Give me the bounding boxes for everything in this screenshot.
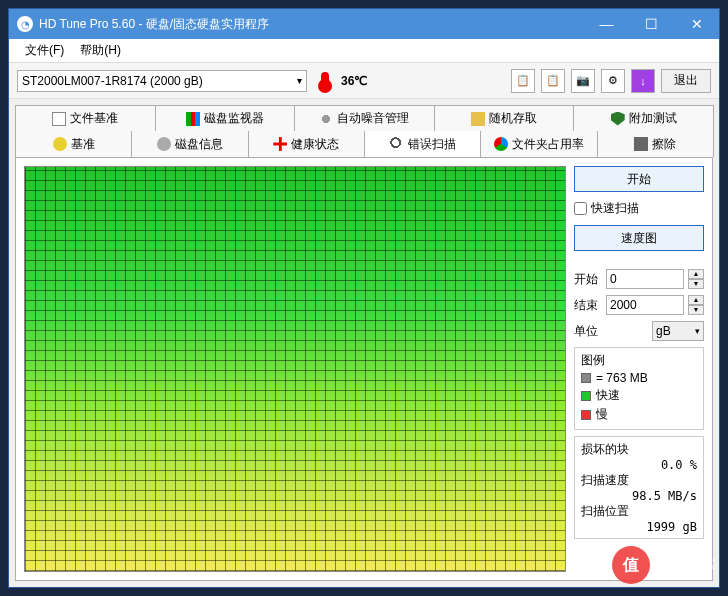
legend-panel: 图例 = 763 MB 快速 慢 <box>574 347 704 430</box>
plus-icon <box>273 137 287 151</box>
search-icon <box>390 137 404 151</box>
toolbar: ST2000LM007-1R8174 (2000 gB) ▾ 36℃ 📋 📋 📷… <box>9 63 719 99</box>
damaged-value: 0.0 % <box>581 458 697 472</box>
chevron-down-icon: ▾ <box>695 326 700 336</box>
speedmap-button[interactable]: 速度图 <box>574 225 704 251</box>
start-up[interactable]: ▲ <box>688 269 704 279</box>
end-down[interactable]: ▼ <box>688 305 704 315</box>
tab-random-access[interactable]: 随机存取 <box>434 105 575 131</box>
position-value: 1999 gB <box>581 520 697 534</box>
quick-scan-input[interactable] <box>574 202 587 215</box>
maximize-button[interactable]: ☐ <box>629 9 674 39</box>
options-button[interactable]: ⚙ <box>601 69 625 93</box>
watermark-icon: 值 <box>612 546 650 584</box>
side-panel: 开始 快速扫描 速度图 开始 0 ▲▼ 结束 2000 ▲▼ 单位 gB▾ <box>574 166 704 572</box>
position-label: 扫描位置 <box>581 503 697 520</box>
folder-icon <box>471 112 485 126</box>
content-area: 开始 快速扫描 速度图 开始 0 ▲▼ 结束 2000 ▲▼ 单位 gB▾ <box>15 157 713 581</box>
titlebar[interactable]: ◔ HD Tune Pro 5.60 - 硬盘/固态硬盘实用程序 — ☐ ✕ <box>9 9 719 39</box>
close-button[interactable]: ✕ <box>674 9 719 39</box>
drive-select[interactable]: ST2000LM007-1R8174 (2000 gB) ▾ <box>17 70 307 92</box>
start-label: 开始 <box>574 271 602 288</box>
tab-folder-usage[interactable]: 文件夹占用率 <box>480 131 597 157</box>
chevron-down-icon: ▾ <box>297 75 302 86</box>
end-label: 结束 <box>574 297 602 314</box>
legend-slow-icon <box>581 410 591 420</box>
scan-grid <box>24 166 566 572</box>
tab-error-scan[interactable]: 错误扫描 <box>364 131 481 157</box>
copy-info-button[interactable]: 📋 <box>511 69 535 93</box>
legend-fast-icon <box>581 391 591 401</box>
damaged-label: 损坏的块 <box>581 441 697 458</box>
quick-scan-checkbox[interactable]: 快速扫描 <box>574 198 704 219</box>
copy-screenshot-button[interactable]: 📋 <box>541 69 565 93</box>
temperature-value: 36℃ <box>341 74 367 88</box>
end-up[interactable]: ▲ <box>688 295 704 305</box>
tab-aam[interactable]: 自动噪音管理 <box>294 105 435 131</box>
exit-button[interactable]: 退出 <box>661 69 711 93</box>
drive-select-value: ST2000LM007-1R8174 (2000 gB) <box>22 74 203 88</box>
unit-label: 单位 <box>574 323 602 340</box>
chart-icon <box>186 112 200 126</box>
tab-file-benchmark[interactable]: 文件基准 <box>15 105 156 131</box>
screenshot-button[interactable]: 📷 <box>571 69 595 93</box>
tab-container: 文件基准 磁盘监视器 自动噪音管理 随机存取 附加测试 基准 磁盘信息 健康状态… <box>9 99 719 157</box>
unit-select[interactable]: gB▾ <box>652 321 704 341</box>
app-icon: ◔ <box>17 16 33 32</box>
tab-benchmark[interactable]: 基准 <box>15 131 132 157</box>
tab-disk-monitor[interactable]: 磁盘监视器 <box>155 105 296 131</box>
start-down[interactable]: ▼ <box>688 279 704 289</box>
speaker-icon <box>319 112 333 126</box>
minimize-button[interactable]: — <box>584 9 629 39</box>
stats-panel: 损坏的块 0.0 % 扫描速度 98.5 MB/s 扫描位置 1999 gB <box>574 436 704 539</box>
shield-icon <box>611 112 625 126</box>
start-button[interactable]: 开始 <box>574 166 704 192</box>
thermometer-icon <box>321 72 329 90</box>
menu-file[interactable]: 文件(F) <box>17 39 72 62</box>
pie-icon <box>494 137 508 151</box>
document-icon <box>52 112 66 126</box>
watermark-text: 什么值得买 <box>656 557 716 574</box>
menubar: 文件(F) 帮助(H) <box>9 39 719 63</box>
menu-help[interactable]: 帮助(H) <box>72 39 129 62</box>
tab-health[interactable]: 健康状态 <box>248 131 365 157</box>
bulb-icon <box>53 137 67 151</box>
app-window: ◔ HD Tune Pro 5.60 - 硬盘/固态硬盘实用程序 — ☐ ✕ 文… <box>8 8 720 588</box>
trash-icon <box>634 137 648 151</box>
tab-extra-tests[interactable]: 附加测试 <box>573 105 714 131</box>
save-button[interactable]: ↓ <box>631 69 655 93</box>
window-title: HD Tune Pro 5.60 - 硬盘/固态硬盘实用程序 <box>39 16 584 33</box>
tab-erase[interactable]: 擦除 <box>597 131 714 157</box>
tab-info[interactable]: 磁盘信息 <box>131 131 248 157</box>
legend-block-icon <box>581 373 591 383</box>
speed-label: 扫描速度 <box>581 472 697 489</box>
legend-title: 图例 <box>581 352 697 369</box>
speed-value: 98.5 MB/s <box>581 489 697 503</box>
disk-icon <box>157 137 171 151</box>
end-input[interactable]: 2000 <box>606 295 684 315</box>
watermark: 值 什么值得买 <box>612 546 716 584</box>
start-input[interactable]: 0 <box>606 269 684 289</box>
